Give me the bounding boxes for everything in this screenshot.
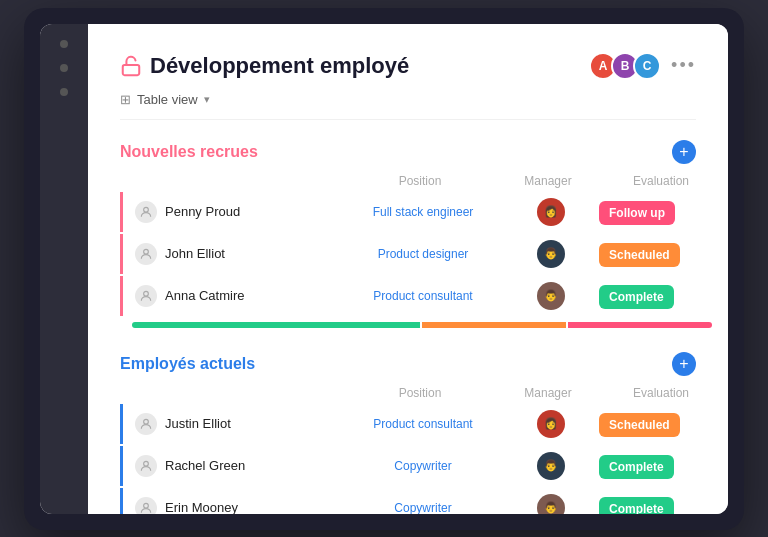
eval-badge: Follow up bbox=[599, 201, 675, 225]
avatar-group: A B C bbox=[589, 52, 661, 80]
eval-badge: Complete bbox=[599, 497, 674, 514]
table-header-2: Position Manager Evaluation Check-in bbox=[120, 386, 696, 404]
main-content: Développement employé A B C ••• ⊞ Table … bbox=[88, 24, 728, 514]
table-view-icon: ⊞ bbox=[120, 92, 131, 107]
position-tag[interactable]: Copywriter bbox=[343, 459, 503, 473]
eval-cell: Follow up bbox=[599, 203, 728, 221]
manager-avatar: 👩 bbox=[537, 198, 565, 226]
position-tag[interactable]: Product designer bbox=[343, 247, 503, 261]
col-evaluation-1: Evaluation bbox=[596, 174, 726, 188]
device-frame: Développement employé A B C ••• ⊞ Table … bbox=[24, 8, 744, 530]
lock-icon bbox=[120, 55, 142, 77]
chevron-down-icon: ▾ bbox=[204, 93, 210, 106]
table-row: John Elliot Product designer 👨 Scheduled… bbox=[120, 234, 696, 274]
manager-avatar: 👩 bbox=[537, 410, 565, 438]
eval-badge: Scheduled bbox=[599, 413, 680, 437]
sidebar-dot-2 bbox=[60, 64, 68, 72]
section-employes-actuels: Employés actuels + Position Manager Eval… bbox=[120, 352, 696, 514]
sidebar bbox=[40, 24, 88, 514]
table-row: Erin Mooney Copywriter 👨 Complete Feb 11 bbox=[120, 488, 696, 514]
manager-cell: 👨 bbox=[511, 494, 591, 514]
col-manager-1: Manager bbox=[508, 174, 588, 188]
section-nouvelles-recrues: Nouvelles recrues + Position Manager Eva… bbox=[120, 140, 696, 328]
page-header: Développement employé A B C ••• bbox=[120, 52, 696, 80]
add-button-1[interactable]: + bbox=[672, 140, 696, 164]
table-header-1: Position Manager Evaluation Check-in bbox=[120, 174, 696, 192]
row-name: Justin Elliot bbox=[135, 413, 335, 435]
sidebar-dot-3 bbox=[60, 88, 68, 96]
row-name: John Elliot bbox=[135, 243, 335, 265]
row-name: Anna Catmire bbox=[135, 285, 335, 307]
manager-avatar: 👨 bbox=[537, 240, 565, 268]
table-row: Rachel Green Copywriter 👨 Complete Feb 1… bbox=[120, 446, 696, 486]
manager-cell: 👩 bbox=[511, 410, 591, 438]
position-tag[interactable]: Product consultant bbox=[343, 417, 503, 431]
eval-badge: Complete bbox=[599, 285, 674, 309]
manager-cell: 👨 bbox=[511, 282, 591, 310]
add-button-2[interactable]: + bbox=[672, 352, 696, 376]
table-row: Anna Catmire Product consultant 👨 Comple… bbox=[120, 276, 696, 316]
eval-cell: Complete bbox=[599, 457, 728, 475]
page-title: Développement employé bbox=[150, 53, 409, 79]
position-tag[interactable]: Full stack engineer bbox=[343, 205, 503, 219]
person-icon bbox=[135, 413, 157, 435]
page-title-area: Développement employé bbox=[120, 53, 409, 79]
manager-avatar: 👨 bbox=[537, 494, 565, 514]
view-selector[interactable]: ⊞ Table view ▾ bbox=[120, 92, 696, 120]
sidebar-dot-1 bbox=[60, 40, 68, 48]
position-tag[interactable]: Product consultant bbox=[343, 289, 503, 303]
position-tag[interactable]: Copywriter bbox=[343, 501, 503, 514]
pb-seg-green bbox=[132, 322, 420, 328]
manager-cell: 👩 bbox=[511, 198, 591, 226]
eval-cell: Complete bbox=[599, 287, 728, 305]
svg-point-6 bbox=[144, 503, 149, 508]
pb-seg-orange bbox=[422, 322, 566, 328]
section-header-1: Nouvelles recrues + bbox=[120, 140, 696, 164]
view-label: Table view bbox=[137, 92, 198, 107]
eval-cell: Scheduled bbox=[599, 245, 728, 263]
person-icon bbox=[135, 455, 157, 477]
row-name: Rachel Green bbox=[135, 455, 335, 477]
svg-point-2 bbox=[144, 249, 149, 254]
row-name: Penny Proud bbox=[135, 201, 335, 223]
eval-cell: Scheduled bbox=[599, 415, 728, 433]
more-options-icon[interactable]: ••• bbox=[671, 55, 696, 76]
row-name: Erin Mooney bbox=[135, 497, 335, 514]
col-position-2: Position bbox=[340, 386, 500, 400]
person-icon bbox=[135, 243, 157, 265]
header-actions: A B C ••• bbox=[589, 52, 696, 80]
col-evaluation-2: Evaluation bbox=[596, 386, 726, 400]
svg-point-5 bbox=[144, 461, 149, 466]
eval-badge: Scheduled bbox=[599, 243, 680, 267]
svg-point-3 bbox=[144, 291, 149, 296]
pb-seg-pink bbox=[568, 322, 712, 328]
col-name-2 bbox=[132, 386, 332, 400]
table-row: Justin Elliot Product consultant 👩 Sched… bbox=[120, 404, 696, 444]
person-icon bbox=[135, 497, 157, 514]
manager-cell: 👨 bbox=[511, 240, 591, 268]
progress-bar-1 bbox=[132, 322, 712, 328]
manager-cell: 👨 bbox=[511, 452, 591, 480]
table-row: Penny Proud Full stack engineer 👩 Follow… bbox=[120, 192, 696, 232]
eval-badge: Complete bbox=[599, 455, 674, 479]
person-icon bbox=[135, 285, 157, 307]
col-position-1: Position bbox=[340, 174, 500, 188]
section-title-2: Employés actuels bbox=[120, 355, 255, 373]
app-window: Développement employé A B C ••• ⊞ Table … bbox=[40, 24, 728, 514]
svg-point-1 bbox=[144, 207, 149, 212]
person-icon bbox=[135, 201, 157, 223]
col-name-1 bbox=[132, 174, 332, 188]
manager-avatar: 👨 bbox=[537, 282, 565, 310]
eval-cell: Complete bbox=[599, 499, 728, 514]
svg-rect-0 bbox=[123, 65, 140, 75]
avatar-3: C bbox=[633, 52, 661, 80]
svg-point-4 bbox=[144, 419, 149, 424]
col-manager-2: Manager bbox=[508, 386, 588, 400]
section-title-1: Nouvelles recrues bbox=[120, 143, 258, 161]
manager-avatar: 👨 bbox=[537, 452, 565, 480]
section-header-2: Employés actuels + bbox=[120, 352, 696, 376]
